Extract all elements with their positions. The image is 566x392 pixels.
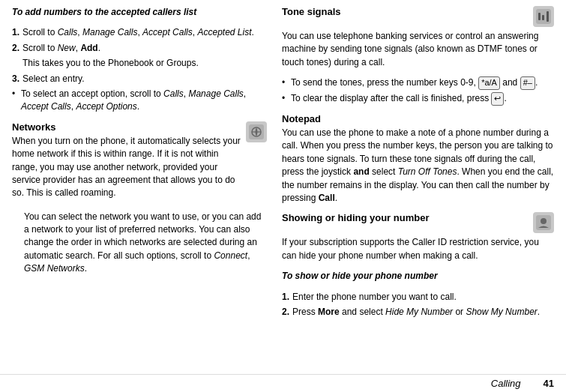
content-area: To add numbers to the accepted callers l… <box>0 0 566 374</box>
add-numbers-steps: 1. Scroll to Calls, Manage Calls, Accept… <box>12 26 267 85</box>
tone-signals-bullets: To send the tones, press the number keys… <box>282 76 554 106</box>
show-step-1: 1. Enter the phone number you want to ca… <box>282 291 554 304</box>
networks-para2: You can select the network you want to u… <box>12 211 267 276</box>
add-numbers-bullets: To select an accept option, scroll to Ca… <box>12 88 267 114</box>
tone-bullet-1: To send the tones, press the number keys… <box>282 76 554 90</box>
add-numbers-title-line: To add numbers to the accepted callers l… <box>12 6 267 19</box>
step-1: 1. Scroll to Calls, Manage Calls, Accept… <box>12 26 267 39</box>
page-footer: Calling 41 <box>0 374 566 392</box>
networks-header: Networks When you turn on the phone, it … <box>12 121 267 208</box>
right-column: Tone signals You can use telephone banki… <box>282 6 554 368</box>
network-icon <box>246 121 267 142</box>
footer-page-number: 41 <box>544 378 554 389</box>
show-hide-steps: 1. Enter the phone number you want to ca… <box>282 291 554 319</box>
tone-bullet-2: To clear the display after the call is f… <box>282 92 554 106</box>
showing-hiding-icon <box>533 212 554 233</box>
page-container: To add numbers to the accepted callers l… <box>0 0 566 392</box>
tone-signals-header: Tone signals <box>282 6 554 27</box>
tone-signals-para: You can use telephone banking services o… <box>282 30 554 69</box>
step-2: 2. Scroll to New, Add. <box>12 42 267 55</box>
tone-signals-icon <box>533 6 554 27</box>
networks-title: Networks <box>12 121 241 133</box>
left-column: To add numbers to the accepted callers l… <box>12 6 267 368</box>
add-numbers-title: To add numbers to the accepted callers l… <box>12 7 196 17</box>
tone-signals-section: Tone signals You can use telephone banki… <box>282 6 554 106</box>
svg-rect-6 <box>547 11 549 22</box>
add-numbers-section: To add numbers to the accepted callers l… <box>12 6 267 114</box>
step-2-sub: This takes you to the Phonebook or Group… <box>12 57 267 70</box>
tone-signals-title: Tone signals <box>282 6 529 17</box>
show-step-2: 2. Press More and select Hide My Number … <box>282 306 554 319</box>
notepad-para: You can use the phone to make a note of … <box>282 127 554 205</box>
showing-hiding-section: Showing or hiding your number If your su… <box>282 212 554 319</box>
svg-rect-5 <box>542 15 544 20</box>
bullet-accept-option: To select an accept option, scroll to Ca… <box>12 88 267 114</box>
step-3: 3. Select an entry. <box>12 73 267 85</box>
show-hide-subtitle: To show or hide your phone number <box>282 270 554 283</box>
notepad-title: Notepad <box>282 113 554 124</box>
notepad-section: Notepad You can use the phone to make a … <box>282 113 554 205</box>
svg-rect-4 <box>538 13 541 20</box>
footer-calling-label: Calling <box>491 378 521 389</box>
showing-hiding-header: Showing or hiding your number <box>282 212 554 233</box>
svg-point-8 <box>541 218 547 224</box>
showing-hiding-para: If your subscription supports the Caller… <box>282 236 554 262</box>
networks-para1: When you turn on the phone, it automatic… <box>12 135 241 200</box>
networks-section: Networks When you turn on the phone, it … <box>12 121 267 276</box>
showing-hiding-title: Showing or hiding your number <box>282 212 529 223</box>
